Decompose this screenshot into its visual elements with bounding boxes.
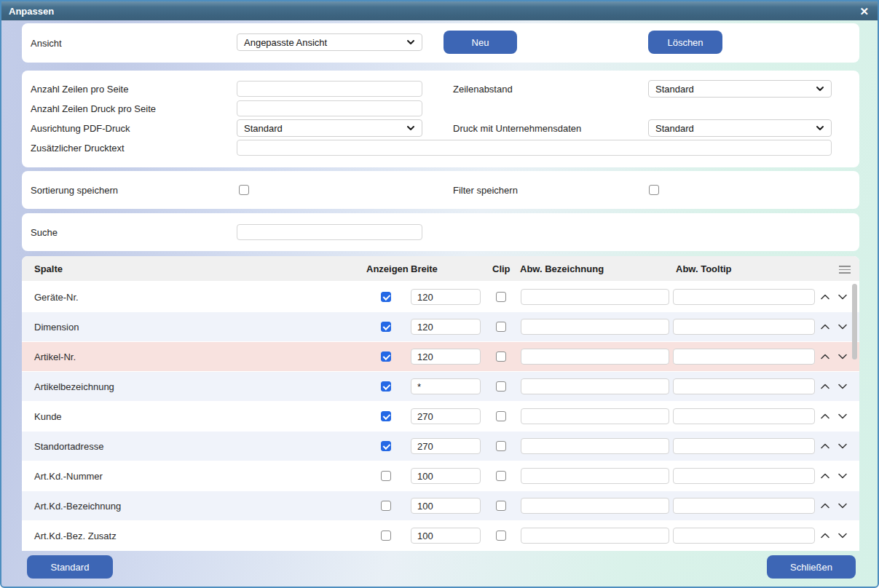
new-button[interactable]: Neu <box>444 31 517 54</box>
dialog-title: Anpassen <box>9 6 54 17</box>
close-icon[interactable]: ✕ <box>858 6 870 17</box>
move-up-icon[interactable] <box>819 442 832 451</box>
header-anzeigen: Anzeigen <box>366 263 409 274</box>
clip-checkbox[interactable] <box>496 411 506 421</box>
move-down-icon[interactable] <box>836 352 849 362</box>
move-up-icon[interactable] <box>819 501 832 511</box>
alt-name-input[interactable] <box>521 528 669 544</box>
alt-tooltip-input[interactable] <box>673 408 815 424</box>
move-down-icon[interactable] <box>836 382 849 392</box>
print-rows-per-page-input[interactable] <box>237 100 422 116</box>
alt-name-input[interactable] <box>521 349 669 365</box>
alt-name-input[interactable] <box>521 408 669 424</box>
search-section: Suche <box>22 213 859 251</box>
show-checkbox[interactable] <box>381 501 391 511</box>
move-up-icon[interactable] <box>819 531 832 541</box>
show-checkbox[interactable] <box>381 292 391 302</box>
line-spacing-select[interactable]: Standard <box>648 80 832 98</box>
extra-print-text-input[interactable] <box>237 140 832 156</box>
extra-print-text-label: Zusätzlicher Drucktext <box>31 143 125 154</box>
move-down-icon[interactable] <box>836 412 849 421</box>
close-button[interactable]: Schließen <box>767 555 856 579</box>
clip-checkbox[interactable] <box>496 531 506 541</box>
alt-tooltip-input[interactable] <box>673 498 815 514</box>
table-row: Dimension <box>22 312 859 342</box>
show-checkbox[interactable] <box>381 471 391 481</box>
width-input[interactable] <box>411 438 481 454</box>
alt-name-input[interactable] <box>521 378 669 394</box>
width-input[interactable] <box>411 528 481 544</box>
column-table-section: Spalte Anzeigen Breite Clip Abw. Bezeich… <box>22 256 859 551</box>
delete-button[interactable]: Löschen <box>648 31 722 54</box>
move-up-icon[interactable] <box>819 382 832 392</box>
move-down-icon[interactable] <box>836 531 849 541</box>
show-checkbox[interactable] <box>381 441 391 451</box>
header-breite: Breite <box>411 263 438 274</box>
view-label: Ansicht <box>31 38 62 49</box>
search-input[interactable] <box>237 224 422 240</box>
width-input[interactable] <box>411 319 481 335</box>
alt-name-input[interactable] <box>521 468 669 484</box>
width-input[interactable] <box>411 498 481 514</box>
column-name-label: Geräte-Nr. <box>34 292 79 303</box>
clip-checkbox[interactable] <box>496 292 506 302</box>
view-select[interactable]: Angepasste Ansicht <box>237 33 422 51</box>
move-up-icon[interactable] <box>819 412 832 421</box>
move-up-icon[interactable] <box>819 472 832 481</box>
scrollbar-thumb[interactable] <box>852 284 857 359</box>
column-table-body: Geräte-Nr. Dimension Artikel-Nr. <box>22 282 859 551</box>
move-up-icon[interactable] <box>819 322 832 332</box>
view-section: Ansicht Angepasste Ansicht Neu Löschen <box>22 23 859 63</box>
table-row: Geräte-Nr. <box>22 282 859 312</box>
chevron-down-icon <box>406 125 415 131</box>
show-checkbox[interactable] <box>381 381 391 392</box>
save-sort-label: Sortierung speichern <box>31 185 118 196</box>
pdf-orientation-select[interactable]: Standard <box>237 119 422 137</box>
alt-tooltip-input[interactable] <box>673 438 815 454</box>
show-checkbox[interactable] <box>381 351 391 362</box>
company-data-select[interactable]: Standard <box>648 119 832 137</box>
clip-checkbox[interactable] <box>496 501 506 511</box>
move-down-icon[interactable] <box>836 442 849 451</box>
show-checkbox[interactable] <box>381 531 391 541</box>
alt-name-input[interactable] <box>521 319 669 335</box>
alt-tooltip-input[interactable] <box>673 378 815 394</box>
clip-checkbox[interactable] <box>496 351 506 362</box>
move-down-icon[interactable] <box>836 293 849 302</box>
alt-name-input[interactable] <box>521 289 669 305</box>
move-down-icon[interactable] <box>836 322 849 332</box>
table-row: Standortadresse <box>22 432 859 461</box>
menu-icon[interactable] <box>839 266 851 276</box>
clip-checkbox[interactable] <box>496 441 506 451</box>
show-checkbox[interactable] <box>381 411 391 421</box>
move-up-icon[interactable] <box>819 352 832 362</box>
width-input[interactable] <box>411 289 481 305</box>
standard-button[interactable]: Standard <box>27 555 113 579</box>
clip-checkbox[interactable] <box>496 471 506 481</box>
move-up-icon[interactable] <box>819 293 832 302</box>
rows-per-page-input[interactable] <box>237 81 422 97</box>
table-row: Artikelbezeichnung <box>22 372 859 402</box>
header-abw-bezeichnung: Abw. Bezeichnung <box>520 263 604 274</box>
move-down-icon[interactable] <box>836 472 849 481</box>
width-input[interactable] <box>411 468 481 484</box>
column-table-header: Spalte Anzeigen Breite Clip Abw. Bezeich… <box>22 256 859 282</box>
alt-tooltip-input[interactable] <box>673 468 815 484</box>
alt-tooltip-input[interactable] <box>673 349 815 365</box>
column-name-label: Art.Kd.-Bez. Zusatz <box>34 531 117 541</box>
show-checkbox[interactable] <box>381 322 391 332</box>
save-sort-checkbox[interactable] <box>239 185 249 195</box>
save-filter-checkbox[interactable] <box>649 185 659 195</box>
width-input[interactable] <box>411 378 481 394</box>
clip-checkbox[interactable] <box>496 381 506 392</box>
move-down-icon[interactable] <box>836 501 849 511</box>
width-input[interactable] <box>411 408 481 424</box>
column-name-label: Art.Kd.-Nummer <box>34 471 103 482</box>
alt-tooltip-input[interactable] <box>673 528 815 544</box>
clip-checkbox[interactable] <box>496 322 506 332</box>
width-input[interactable] <box>411 349 481 365</box>
alt-name-input[interactable] <box>521 438 669 454</box>
alt-tooltip-input[interactable] <box>673 289 815 305</box>
alt-tooltip-input[interactable] <box>673 319 815 335</box>
alt-name-input[interactable] <box>521 498 669 514</box>
